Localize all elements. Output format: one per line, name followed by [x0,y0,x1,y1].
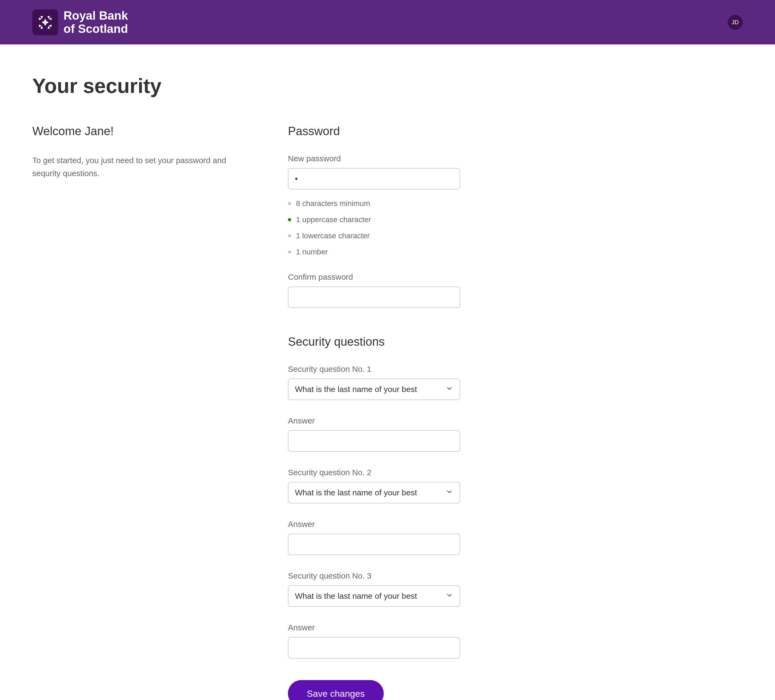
rule-status-dot-icon [288,234,291,237]
security-answer-1-input[interactable] [288,430,460,452]
security-question-2-group: Security question No. 2 What is the last… [288,468,460,503]
chevron-down-icon [446,385,453,394]
security-answer-2-group: Answer [288,520,460,555]
new-password-label: New password [288,154,460,163]
intro-text: To get started, you just need to set you… [32,154,234,180]
security-questions-heading: Security questions [288,335,460,348]
rule-text: 1 uppercase character [296,215,371,224]
security-question-2-selected: What is the last name of your best [295,488,417,497]
password-rule: 8 characters minimum [288,199,460,208]
security-answer-1-label: Answer [288,416,460,425]
security-question-2-select[interactable]: What is the last name of your best [288,482,460,503]
brand-logo-icon [32,9,58,35]
brand-name-line1: Royal Bank [63,9,128,22]
avatar-initials: JD [732,19,739,26]
security-question-1-selected: What is the last name of your best [295,385,417,394]
security-answer-1-group: Answer [288,416,460,452]
security-question-3-selected: What is the last name of your best [295,592,417,601]
save-button[interactable]: Save changes [288,680,384,700]
brand-name: Royal Bank of Scotland [63,9,128,35]
avatar[interactable]: JD [728,15,743,30]
security-question-3-label: Security question No. 3 [288,571,460,580]
confirm-password-label: Confirm password [288,272,460,282]
rule-status-dot-icon [288,218,291,221]
form-column: Password New password 8 characters minim… [288,124,460,700]
intro-column: Welcome Jane! To get started, you just n… [32,124,234,700]
confirm-password-group: Confirm password [288,272,460,308]
password-heading: Password [288,124,460,138]
password-rule: 1 lowercase character [288,232,460,240]
security-question-1-select[interactable]: What is the last name of your best [288,378,460,400]
brand-name-line2: of Scotland [63,22,128,35]
svg-point-0 [43,21,47,24]
chevron-down-icon [446,592,453,601]
rule-text: 1 number [296,248,328,256]
password-rule: 1 number [288,248,460,256]
rule-status-dot-icon [288,202,291,205]
security-answer-3-label: Answer [288,623,460,632]
password-rules: 8 characters minimum 1 uppercase charact… [288,199,460,256]
security-answer-3-input[interactable] [288,637,460,658]
confirm-password-input[interactable] [288,287,460,308]
rule-text: 1 lowercase character [296,232,370,240]
security-question-3-group: Security question No. 3 What is the last… [288,571,460,607]
security-answer-2-label: Answer [288,520,460,529]
page-title: Your security [32,74,743,97]
welcome-heading: Welcome Jane! [32,124,234,138]
content: Your security Welcome Jane! To get start… [0,44,775,700]
rule-status-dot-icon [288,250,291,253]
security-question-3-select[interactable]: What is the last name of your best [288,585,460,607]
security-answer-3-group: Answer [288,623,460,658]
security-question-1-label: Security question No. 1 [288,365,460,374]
app-header: Royal Bank of Scotland JD [0,0,775,44]
security-answer-2-input[interactable] [288,533,460,555]
brand: Royal Bank of Scotland [32,9,128,35]
password-rule: 1 uppercase character [288,215,460,224]
security-question-1-group: Security question No. 1 What is the last… [288,365,460,400]
rule-text: 8 characters minimum [296,199,370,208]
chevron-down-icon [446,488,453,498]
security-question-2-label: Security question No. 2 [288,468,460,477]
new-password-group: New password [288,154,460,190]
columns: Welcome Jane! To get started, you just n… [32,124,743,700]
new-password-input[interactable] [288,168,460,190]
